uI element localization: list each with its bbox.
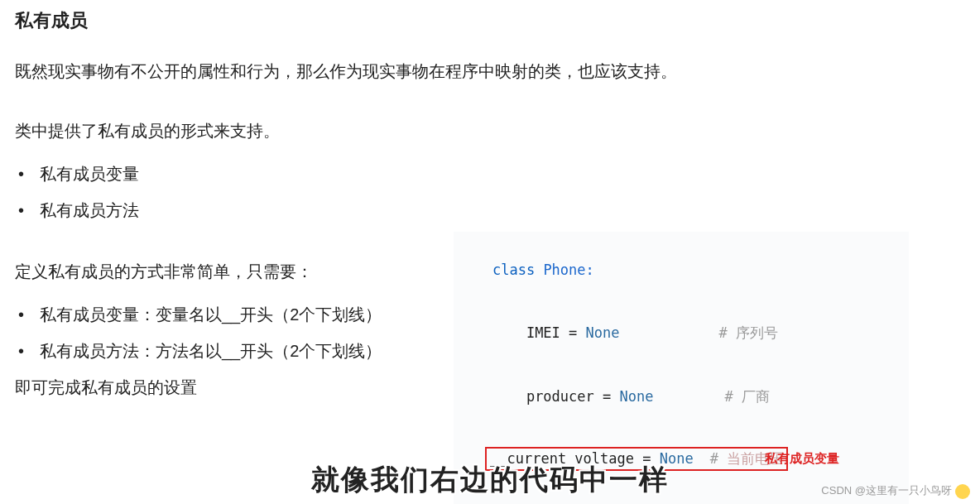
code-classname: Phone: <box>535 262 594 278</box>
code-text: IMEI = <box>492 324 586 341</box>
section-title: 私有成员 <box>15 8 965 33</box>
watermark-badge-icon <box>955 484 970 499</box>
list-item: 私有成员变量 <box>18 156 965 192</box>
watermark: CSDN @这里有一只小鸟呀 <box>821 483 970 499</box>
paragraph-support: 类中提供了私有成员的形式来支持。 <box>15 118 965 144</box>
code-none: None <box>586 324 620 341</box>
annotation-private-var: 私有成员变量 <box>765 449 839 468</box>
code-keyword: class <box>492 262 535 278</box>
watermark-text: CSDN @这里有一只小鸟呀 <box>821 484 952 497</box>
code-comment: # 厂商 <box>724 388 769 405</box>
paragraph-intro: 既然现实事物有不公开的属性和行为，那么作为现实事物在程序中映射的类，也应该支持。 <box>15 58 965 84</box>
bullet-list-1: 私有成员变量 私有成员方法 <box>18 156 965 228</box>
code-none: None <box>619 388 653 405</box>
list-item: 私有成员方法 <box>18 192 965 228</box>
code-comment: # <box>710 450 718 467</box>
code-text: producer = <box>492 388 620 405</box>
code-comment: # 序列号 <box>719 324 778 341</box>
video-subtitle: 就像我们右边的代码中一样 <box>311 461 669 499</box>
